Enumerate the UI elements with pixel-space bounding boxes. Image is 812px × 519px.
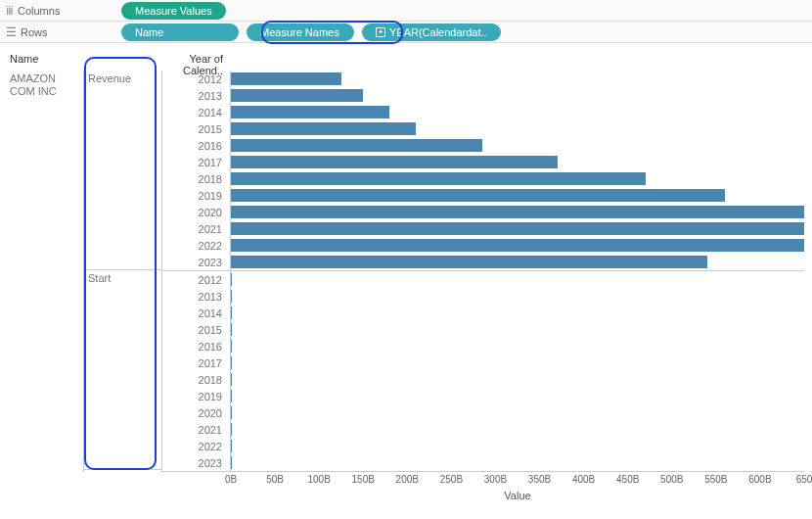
- year-label: 2013: [162, 288, 231, 305]
- row: 2016: [162, 137, 804, 154]
- year-label: 2020: [162, 204, 231, 220]
- row: 2013: [162, 87, 804, 104]
- row: 2019: [162, 388, 804, 404]
- year-label: 2021: [162, 421, 231, 438]
- bar[interactable]: [231, 423, 232, 436]
- rows-shelf: ☰ Rows Name Measure Names + YEAR(Calenda…: [0, 22, 812, 43]
- axis-tick: 250B: [440, 474, 463, 485]
- bar[interactable]: [231, 390, 232, 402]
- bar-area: [231, 237, 804, 254]
- rows-icon: ☰: [6, 25, 17, 39]
- bar-area: [231, 154, 804, 170]
- row: 2013: [162, 288, 804, 305]
- row: 2017: [162, 354, 804, 371]
- bar-area: [231, 120, 804, 137]
- row: 2014: [162, 104, 804, 120]
- year-label: 2015: [162, 120, 231, 137]
- row: 2014: [162, 305, 804, 321]
- columns-icon: ⅲ: [6, 4, 14, 18]
- viz-header: Name Year of Calend..: [8, 53, 804, 71]
- bar[interactable]: [231, 290, 232, 303]
- bar-area: [231, 321, 804, 338]
- columns-label: ⅲ Columns: [6, 4, 113, 18]
- bar-area: [231, 87, 804, 104]
- bar-area: [231, 220, 804, 237]
- bar[interactable]: [231, 239, 804, 252]
- bar[interactable]: [231, 89, 363, 102]
- axis-tick: 450B: [616, 474, 639, 485]
- rows-label: ☰ Rows: [6, 25, 113, 39]
- pill-year-calendar-text: YEAR(Calendardat..: [389, 26, 487, 38]
- row: 2012: [162, 71, 804, 87]
- bar-area: [231, 404, 804, 421]
- year-bars-column: 2012201320142015201620172018201920202021…: [162, 71, 804, 472]
- bar-area: [231, 371, 804, 388]
- bar-area: [231, 187, 804, 204]
- bar-area: [231, 104, 804, 120]
- bar-area: [231, 354, 804, 371]
- pill-year-calendar[interactable]: + YEAR(Calendardat..: [362, 24, 501, 41]
- bar-area: [231, 170, 804, 187]
- name-column: AMAZON COM INC: [8, 71, 84, 472]
- bar-area: [231, 388, 804, 404]
- x-axis-ticks: 0B50B100B150B200B250B300B350B400B450B500…: [231, 472, 804, 488]
- bar[interactable]: [231, 222, 804, 235]
- measure-revenue-section: Revenue: [84, 71, 161, 270]
- bar[interactable]: [231, 122, 416, 135]
- axis-tick: 150B: [352, 474, 375, 485]
- bar[interactable]: [231, 172, 646, 185]
- year-label: 2019: [162, 388, 231, 404]
- bar[interactable]: [231, 340, 232, 353]
- row: 2017: [162, 154, 804, 170]
- bar[interactable]: [231, 273, 232, 286]
- year-label: 2017: [162, 154, 231, 170]
- bar[interactable]: [231, 440, 232, 452]
- bar[interactable]: [231, 139, 482, 152]
- bar-area: [231, 338, 804, 354]
- bar[interactable]: [231, 106, 389, 118]
- bar[interactable]: [231, 307, 232, 319]
- axis-tick: 200B: [396, 474, 419, 485]
- row: 2015: [162, 321, 804, 338]
- axis-tick: 600B: [748, 474, 771, 485]
- bar[interactable]: [231, 189, 725, 202]
- row: 2022: [162, 237, 804, 254]
- header-bars: [231, 53, 804, 71]
- year-label: 2022: [162, 438, 231, 454]
- x-axis-title: Value: [8, 488, 804, 501]
- year-label: 2013: [162, 87, 231, 104]
- bar[interactable]: [231, 406, 232, 419]
- x-axis: 0B50B100B150B200B250B300B350B400B450B500…: [8, 472, 804, 488]
- bar[interactable]: [231, 456, 232, 469]
- year-label: 2019: [162, 187, 231, 204]
- bar-area: [231, 305, 804, 321]
- row: 2020: [162, 204, 804, 220]
- bar-area: [231, 254, 804, 270]
- row: 2019: [162, 187, 804, 204]
- axis-tick: 550B: [704, 474, 727, 485]
- pill-name[interactable]: Name: [121, 24, 239, 41]
- expand-icon: +: [376, 27, 385, 37]
- year-label: 2018: [162, 170, 231, 187]
- bar[interactable]: [231, 256, 707, 268]
- pill-measure-values[interactable]: Measure Values: [121, 2, 226, 20]
- header-measure: [84, 53, 162, 71]
- bar-area: [231, 288, 804, 305]
- row: 2021: [162, 220, 804, 237]
- axis-tick: 350B: [528, 474, 551, 485]
- bar[interactable]: [231, 356, 232, 369]
- year-label: 2016: [162, 338, 231, 354]
- axis-tick: 400B: [572, 474, 595, 485]
- row: 2022: [162, 438, 804, 454]
- row: 2018: [162, 170, 804, 187]
- pill-measure-names[interactable]: Measure Names: [247, 24, 354, 41]
- bar[interactable]: [231, 373, 232, 386]
- bar[interactable]: [231, 72, 341, 85]
- bar[interactable]: [231, 156, 558, 168]
- year-label: 2018: [162, 371, 231, 388]
- year-label: 2022: [162, 237, 231, 254]
- bar[interactable]: [231, 206, 804, 218]
- bar-area: [231, 271, 804, 288]
- bar[interactable]: [231, 323, 232, 336]
- measure-start-section: Start: [84, 270, 161, 470]
